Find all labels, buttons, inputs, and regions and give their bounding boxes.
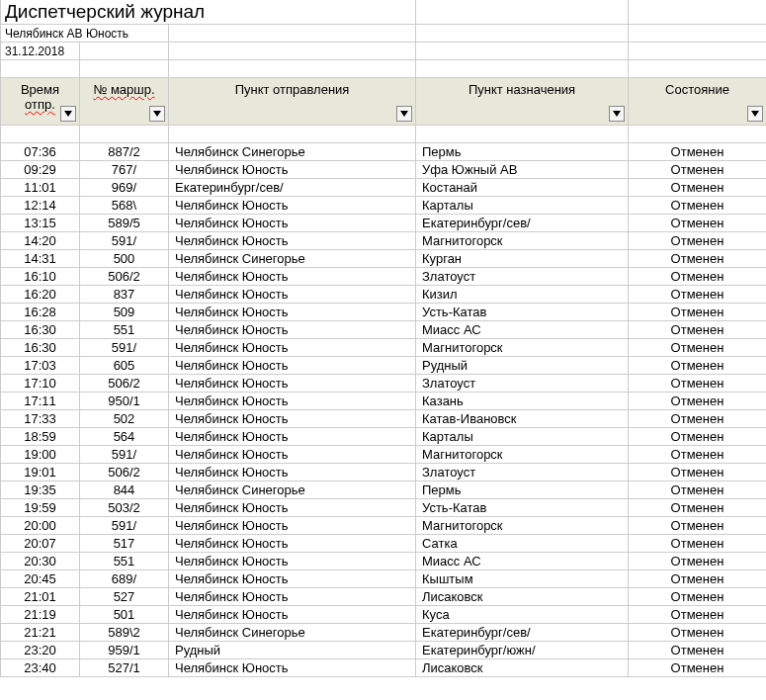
cell-time: 21:21 — [1, 624, 80, 642]
cell-time: 17:03 — [1, 357, 80, 375]
table-row: 19:00591/Челябинск ЮностьМагнитогорскОтм… — [1, 446, 767, 464]
cell-destination: Магнитогорск — [416, 446, 629, 464]
cell-route: 506/2 — [80, 375, 169, 393]
cell-status: Отменен — [629, 606, 766, 624]
cell-status: Отменен — [629, 357, 766, 375]
cell-departure: Челябинск Юность — [169, 161, 416, 179]
filter-status-button[interactable] — [747, 106, 763, 122]
cell-route: 689/ — [80, 570, 169, 588]
cell-departure: Челябинск Юность — [169, 535, 416, 553]
table-row: 14:31500Челябинск СинегорьеКурганОтменен — [1, 250, 767, 268]
cell-departure: Челябинск Юность — [169, 553, 416, 570]
cell-route: 591/ — [80, 339, 169, 357]
table-row: 09:29767/Челябинск ЮностьУфа Южный АВОтм… — [1, 161, 767, 179]
table-row: 19:35844Челябинск СинегорьеПермьОтменен — [1, 481, 767, 499]
cell-time: 18:59 — [1, 428, 80, 446]
cell-destination: Лисаковск — [416, 588, 629, 606]
cell-status: Отменен — [629, 197, 766, 215]
cell-route: 959/1 — [80, 642, 169, 659]
table-row: 16:30551Челябинск ЮностьМиасс АСОтменен — [1, 321, 767, 339]
header-destination: Пункт назначения — [416, 78, 629, 126]
cell-time: 07:36 — [1, 143, 80, 161]
cell-departure: Рудный — [169, 642, 416, 659]
cell-route: 591/ — [80, 517, 169, 535]
cell-time: 14:20 — [1, 232, 80, 250]
cell-time: 19:01 — [1, 464, 80, 481]
cell-departure: Челябинск Синегорье — [169, 250, 416, 268]
cell-route: 844 — [80, 481, 169, 499]
cell-destination: Карталы — [416, 428, 629, 446]
cell-route: 591/ — [80, 232, 169, 250]
cell-status: Отменен — [629, 499, 766, 517]
cell-destination: Миасс АС — [416, 321, 629, 339]
filter-departure-button[interactable] — [396, 106, 412, 122]
cell-destination: Златоуст — [416, 268, 629, 286]
cell-time: 21:01 — [1, 588, 80, 606]
cell-route: 589/5 — [80, 215, 169, 232]
cell-time: 19:00 — [1, 446, 80, 464]
cell-time: 13:15 — [1, 215, 80, 232]
cell-time: 17:11 — [1, 393, 80, 410]
cell-departure: Челябинск Юность — [169, 304, 416, 321]
cell-route: 551 — [80, 553, 169, 570]
cell-route: 591/ — [80, 446, 169, 464]
table-row: 20:45689/Челябинск ЮностьКыштымОтменен — [1, 570, 767, 588]
chevron-down-icon — [153, 111, 161, 117]
cell-route: 502 — [80, 410, 169, 428]
cell-destination: Миасс АС — [416, 553, 629, 570]
cell-route: 568\ — [80, 197, 169, 215]
cell-departure: Челябинск Юность — [169, 232, 416, 250]
table-row: 23:20959/1РудныйЕкатеринбург/южн/Отменен — [1, 642, 767, 659]
table-row: 18:59564Челябинск ЮностьКарталыОтменен — [1, 428, 767, 446]
dispatcher-log-table: Диспетчерский журнал Челябинск АВ Юность… — [0, 0, 766, 677]
cell-status: Отменен — [629, 232, 766, 250]
cell-status: Отменен — [629, 286, 766, 304]
cell-status: Отменен — [629, 659, 766, 677]
cell-departure: Челябинск Юность — [169, 570, 416, 588]
cell-destination: Кизил — [416, 286, 629, 304]
cell-time: 16:30 — [1, 321, 80, 339]
cell-departure: Челябинск Юность — [169, 375, 416, 393]
cell-destination: Пермь — [416, 481, 629, 499]
cell-departure: Челябинск Юность — [169, 286, 416, 304]
cell-departure: Челябинск Синегорье — [169, 481, 416, 499]
cell-route: 517 — [80, 535, 169, 553]
header-row: Время отпр. № маршр. Пункт отправления П… — [1, 78, 767, 126]
cell-status: Отменен — [629, 215, 766, 232]
cell-time: 21:19 — [1, 606, 80, 624]
table-row: 17:33502Челябинск ЮностьКатав-ИвановскОт… — [1, 410, 767, 428]
filter-destination-button[interactable] — [609, 106, 625, 122]
cell-time: 09:29 — [1, 161, 80, 179]
cell-status: Отменен — [629, 570, 766, 588]
cell-status: Отменен — [629, 588, 766, 606]
cell-destination: Усть-Катав — [416, 499, 629, 517]
cell-status: Отменен — [629, 642, 766, 659]
table-row: 21:21589\2Челябинск СинегорьеЕкатеринбур… — [1, 624, 767, 642]
cell-route: 564 — [80, 428, 169, 446]
station-name: Челябинск АВ Юность — [1, 25, 169, 43]
chevron-down-icon — [64, 111, 72, 117]
cell-route: 969/ — [80, 179, 169, 197]
cell-time: 23:40 — [1, 659, 80, 677]
cell-destination: Карталы — [416, 197, 629, 215]
filter-time-button[interactable] — [60, 106, 76, 122]
cell-status: Отменен — [629, 375, 766, 393]
cell-departure: Челябинск Синегорье — [169, 143, 416, 161]
filter-route-button[interactable] — [149, 106, 165, 122]
svg-marker-3 — [613, 111, 621, 117]
cell-status: Отменен — [629, 553, 766, 570]
page-title: Диспетчерский журнал — [1, 0, 416, 25]
table-row: 11:01969/Екатеринбург/сев/КостанайОтмене… — [1, 179, 767, 197]
chevron-down-icon — [751, 111, 759, 117]
cell-route: 589\2 — [80, 624, 169, 642]
cell-status: Отменен — [629, 464, 766, 481]
cell-destination: Златоуст — [416, 375, 629, 393]
cell-destination: Лисаковск — [416, 659, 629, 677]
cell-route: 506/2 — [80, 464, 169, 481]
svg-marker-4 — [751, 111, 759, 117]
cell-departure: Челябинск Юность — [169, 428, 416, 446]
cell-departure: Челябинск Юность — [169, 659, 416, 677]
table-row: 16:28509Челябинск ЮностьУсть-КатавОтмене… — [1, 304, 767, 321]
cell-departure: Челябинск Юность — [169, 606, 416, 624]
cell-route: 887/2 — [80, 143, 169, 161]
